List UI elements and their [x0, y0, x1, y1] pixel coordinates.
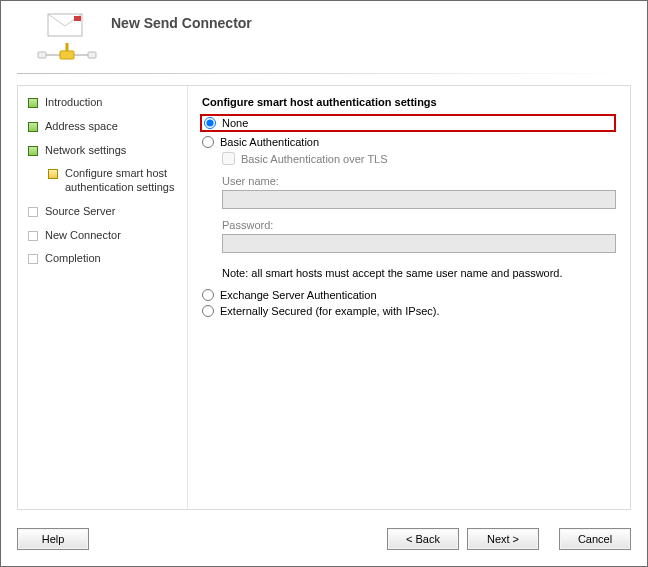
step-label: Network settings: [45, 144, 126, 158]
radio-basic-input[interactable]: [202, 136, 214, 148]
username-label: User name:: [222, 175, 616, 187]
basic-auth-subsection: Basic Authentication over TLS User name:…: [222, 152, 616, 279]
help-button[interactable]: Help: [17, 528, 89, 550]
step-source-server: Source Server: [28, 205, 179, 219]
step-status-icon: [28, 254, 38, 264]
wizard-body: Introduction Address space Network setti…: [17, 85, 631, 510]
step-label: Source Server: [45, 205, 115, 219]
step-label: Configure smart host authentication sett…: [65, 167, 179, 195]
wizard-footer: Help < Back Next > Cancel: [17, 524, 631, 554]
step-network-settings: Network settings: [28, 144, 179, 158]
svg-rect-1: [74, 16, 81, 21]
page-heading: Configure smart host authentication sett…: [202, 96, 616, 108]
step-status-icon: [28, 146, 38, 156]
radio-label: Basic Authentication: [220, 136, 319, 148]
step-label: Completion: [45, 252, 101, 266]
step-completion: Completion: [28, 252, 179, 266]
step-status-icon: [28, 207, 38, 217]
radio-label: Externally Secured (for example, with IP…: [220, 305, 439, 317]
back-button[interactable]: < Back: [387, 528, 459, 550]
username-input[interactable]: [222, 190, 616, 209]
step-label: New Connector: [45, 229, 121, 243]
radio-exchange-input[interactable]: [202, 289, 214, 301]
step-new-connector: New Connector: [28, 229, 179, 243]
radio-option-external[interactable]: Externally Secured (for example, with IP…: [202, 305, 616, 317]
radio-none-input[interactable]: [204, 117, 216, 129]
wizard-main-panel: Configure smart host authentication sett…: [188, 86, 630, 509]
wizard-title: New Send Connector: [111, 15, 631, 31]
step-smart-host-auth: Configure smart host authentication sett…: [48, 167, 179, 195]
svg-rect-6: [88, 52, 96, 58]
mail-icon: [47, 10, 85, 38]
header-divider: [17, 73, 631, 74]
radio-option-exchange[interactable]: Exchange Server Authentication: [202, 289, 616, 301]
step-status-icon: [28, 122, 38, 132]
step-introduction: Introduction: [28, 96, 179, 110]
password-input[interactable]: [222, 234, 616, 253]
next-button[interactable]: Next >: [467, 528, 539, 550]
note-text: Note: all smart hosts must accept the sa…: [222, 267, 616, 279]
checkbox-label: Basic Authentication over TLS: [241, 153, 388, 165]
svg-rect-5: [38, 52, 46, 58]
radio-option-basic[interactable]: Basic Authentication: [202, 136, 616, 148]
step-status-icon: [28, 98, 38, 108]
cancel-button[interactable]: Cancel: [559, 528, 631, 550]
network-node-icon: [32, 39, 102, 75]
password-label: Password:: [222, 219, 616, 231]
step-status-icon: [48, 169, 58, 179]
radio-option-none[interactable]: None: [200, 114, 616, 132]
checkbox-basic-tls[interactable]: Basic Authentication over TLS: [222, 152, 616, 165]
radio-label: None: [222, 117, 248, 129]
step-label: Introduction: [45, 96, 102, 110]
wizard-steps-sidebar: Introduction Address space Network setti…: [18, 86, 188, 509]
radio-label: Exchange Server Authentication: [220, 289, 377, 301]
svg-rect-4: [60, 51, 74, 59]
checkbox-basic-tls-input[interactable]: [222, 152, 235, 165]
wizard-header: New Send Connector: [1, 1, 647, 57]
step-label: Address space: [45, 120, 118, 134]
step-address-space: Address space: [28, 120, 179, 134]
wizard-window: New Send Connector Introduction Address …: [0, 0, 648, 567]
step-status-icon: [28, 231, 38, 241]
radio-external-input[interactable]: [202, 305, 214, 317]
